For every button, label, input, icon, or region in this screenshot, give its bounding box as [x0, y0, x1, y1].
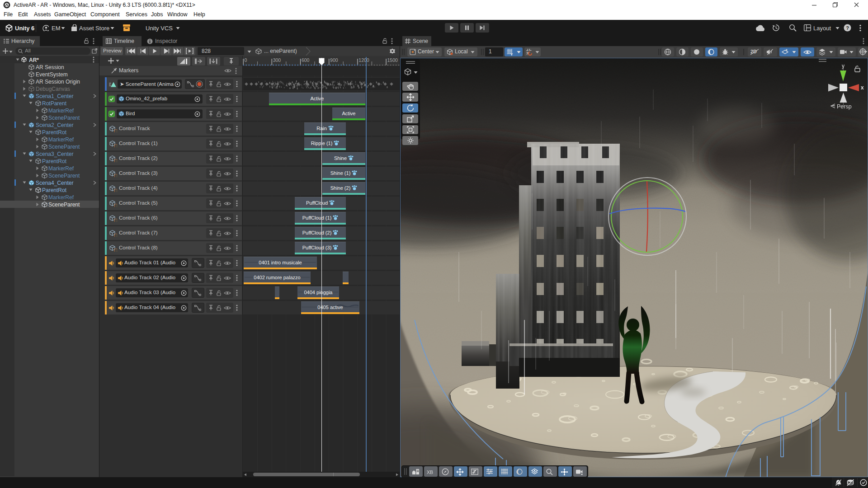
svg-text:{}: {} — [113, 204, 117, 207]
svg-text:{}: {} — [113, 129, 117, 133]
svg-text:?: ? — [846, 25, 849, 31]
svg-text:{}: {} — [113, 144, 117, 148]
svg-text:{}: {} — [113, 174, 117, 178]
svg-text:{}: {} — [113, 159, 117, 163]
svg-text:Y: Y — [510, 52, 513, 56]
svg-text:{}: {} — [113, 234, 117, 237]
svg-text:{}: {} — [113, 189, 117, 192]
svg-text:{}: {} — [113, 249, 117, 252]
svg-text:{}: {} — [113, 219, 117, 222]
svg-text:x: x — [861, 84, 864, 91]
